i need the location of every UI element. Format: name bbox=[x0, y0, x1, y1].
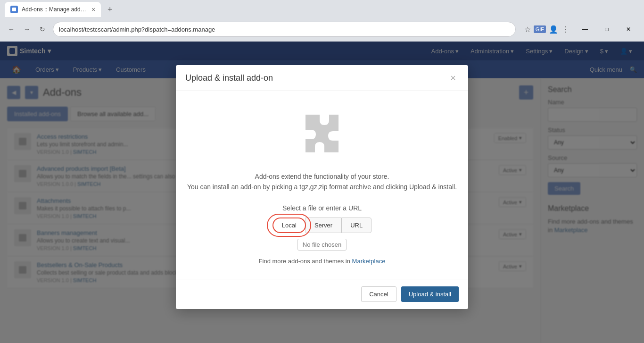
cancel-button[interactable]: Cancel bbox=[361, 286, 396, 302]
local-tab-wrapper: Local bbox=[272, 218, 305, 233]
tab-url[interactable]: URL bbox=[341, 218, 372, 233]
modal-header: Upload & install add-on × bbox=[176, 65, 468, 91]
tab-local[interactable]: Local bbox=[272, 218, 306, 233]
puzzle-icon bbox=[294, 105, 350, 162]
modal-desc: Add-ons extend the functionality of your… bbox=[185, 171, 459, 192]
tab-close-button[interactable]: × bbox=[91, 6, 95, 13]
tab-server[interactable]: Server bbox=[305, 218, 341, 233]
file-input-row: No file chosen bbox=[185, 239, 459, 251]
back-button[interactable]: ← bbox=[5, 23, 18, 36]
menu-icon[interactable]: ⋮ bbox=[561, 24, 570, 35]
upload-install-button[interactable]: Upload & install bbox=[401, 286, 459, 302]
modal-marketplace-link[interactable]: Marketplace bbox=[352, 258, 386, 265]
file-select-label: Select a file or enter a URL bbox=[185, 204, 459, 212]
no-file-label: No file chosen bbox=[297, 239, 347, 251]
modal-marketplace-text: Find more add-ons and themes in Marketpl… bbox=[185, 258, 459, 265]
file-tabs: Local Server URL bbox=[185, 218, 459, 233]
browser-tab[interactable]: Add-ons :: Manage add-ons - Ad... × bbox=[5, 2, 101, 17]
modal-title: Upload & install add-on bbox=[185, 73, 273, 83]
star-icon[interactable]: ☆ bbox=[523, 24, 532, 35]
modal-footer: Cancel Upload & install bbox=[176, 279, 468, 309]
new-tab-button[interactable]: + bbox=[103, 3, 116, 16]
close-window-button[interactable]: ✕ bbox=[618, 22, 639, 37]
tab-favicon bbox=[10, 6, 18, 13]
reload-button[interactable]: ↻ bbox=[36, 23, 49, 36]
maximize-button[interactable]: □ bbox=[596, 22, 618, 37]
address-bar[interactable]: localhost/testcscart/admin.php?dispatch=… bbox=[53, 22, 516, 37]
modal-overlay: Upload & install add-on × Add-ons extend… bbox=[0, 42, 644, 343]
url-text: localhost/testcscart/admin.php?dispatch=… bbox=[59, 26, 215, 33]
minimize-button[interactable]: — bbox=[574, 22, 596, 37]
upload-install-modal: Upload & install add-on × Add-ons extend… bbox=[176, 65, 468, 309]
extension-icon[interactable]: GIF bbox=[534, 25, 546, 33]
modal-close-button[interactable]: × bbox=[447, 72, 459, 84]
profile-icon[interactable]: 👤 bbox=[548, 24, 559, 35]
tab-title: Add-ons :: Manage add-ons - Ad... bbox=[22, 6, 88, 13]
modal-body: Add-ons extend the functionality of your… bbox=[176, 91, 468, 279]
forward-button[interactable]: → bbox=[20, 23, 33, 36]
